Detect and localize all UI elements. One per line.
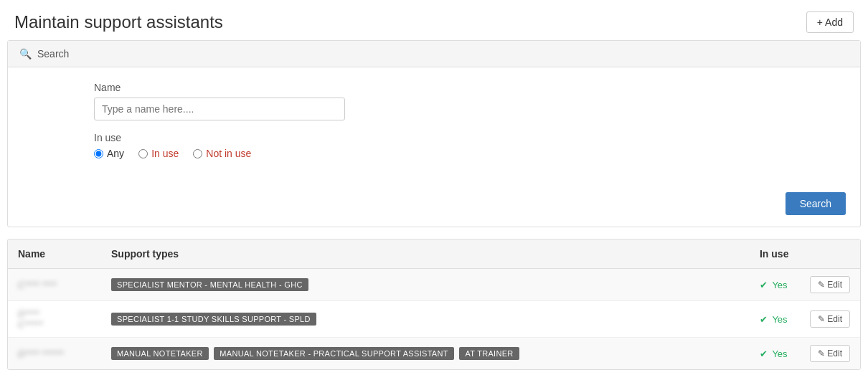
table-body: C**** **** SPECIALIST MENTOR - MENTAL HE… (8, 269, 860, 370)
table-header-row: Name Support types In use (8, 239, 860, 269)
search-section-title: Search (37, 48, 69, 60)
name-form-group: Name (94, 82, 839, 120)
search-section: 🔍 Search Name In use Any In use Not in u (7, 40, 861, 227)
table-row: D**** ****** MANUAL NOTETAKER MANUAL NOT… (8, 338, 860, 370)
radio-inuse-text: In use (151, 148, 179, 159)
search-button[interactable]: Search (786, 192, 846, 215)
radio-any-text: Any (107, 148, 124, 159)
add-button[interactable]: + Add (806, 11, 854, 33)
col-header-actions (800, 239, 860, 269)
in-use-label: In use (94, 132, 839, 143)
page-title: Maintain support assistants (14, 12, 223, 32)
col-header-support: Support types (101, 239, 750, 269)
support-tag-at-trainer: AT TRAINER (459, 347, 519, 360)
radio-inuse-input[interactable] (138, 149, 148, 158)
in-use-text: Yes (772, 280, 787, 290)
person-name: D**** ****** (18, 348, 64, 359)
support-tag: SPECIALIST 1-1 STUDY SKILLS SUPPORT - SP… (111, 313, 316, 326)
radio-notinuse-text: Not in use (206, 148, 251, 159)
cell-name: C**** **** (8, 269, 101, 301)
search-section-header: 🔍 Search (8, 41, 860, 67)
cell-in-use: ✔ Yes (750, 301, 800, 338)
cell-name: D**** ****** (8, 338, 101, 370)
name-input[interactable] (94, 98, 345, 120)
table: Name Support types In use C**** **** SPE… (8, 239, 860, 369)
edit-button[interactable]: ✎ Edit (810, 276, 850, 293)
table-row: C**** **** SPECIALIST MENTOR - MENTAL HE… (8, 269, 860, 301)
cell-name: D****C***** (8, 301, 101, 338)
in-use-form-group: In use Any In use Not in use (94, 132, 839, 159)
cell-actions: ✎ Edit (800, 301, 860, 338)
person-name: D****C***** (18, 308, 43, 330)
cell-support-types: SPECIALIST 1-1 STUDY SKILLS SUPPORT - SP… (101, 301, 750, 338)
support-tag: MANUAL NOTETAKER - PRACTICAL SUPPORT ASS… (214, 347, 453, 360)
radio-notinuse-input[interactable] (193, 149, 202, 158)
search-icon: 🔍 (19, 48, 32, 60)
search-actions: Search (8, 185, 860, 227)
table-header: Name Support types In use (8, 239, 860, 269)
table-row: D****C***** SPECIALIST 1-1 STUDY SKILLS … (8, 301, 860, 338)
page-header: Maintain support assistants + Add (0, 0, 868, 40)
in-use-text: Yes (772, 348, 787, 359)
radio-notinuse-label[interactable]: Not in use (193, 148, 251, 159)
cell-support-types: MANUAL NOTETAKER MANUAL NOTETAKER - PRAC… (101, 338, 750, 370)
cell-actions: ✎ Edit (800, 269, 860, 301)
edit-button[interactable]: ✎ Edit (810, 310, 850, 328)
check-icon: ✔ (760, 314, 768, 325)
results-table: Name Support types In use C**** **** SPE… (7, 239, 861, 370)
radio-inuse-label[interactable]: In use (138, 148, 179, 159)
radio-group: Any In use Not in use (94, 148, 839, 159)
name-label: Name (94, 82, 839, 93)
search-section-body: Name In use Any In use Not in use (8, 67, 860, 185)
person-name: C**** **** (18, 280, 56, 290)
cell-actions: ✎ Edit (800, 338, 860, 370)
check-icon: ✔ (760, 280, 768, 290)
edit-button[interactable]: ✎ Edit (810, 345, 850, 362)
support-tag: MANUAL NOTETAKER (111, 347, 209, 360)
radio-any-input[interactable] (94, 149, 103, 158)
cell-in-use: ✔ Yes (750, 269, 800, 301)
col-header-inuse: In use (750, 239, 800, 269)
cell-support-types: SPECIALIST MENTOR - MENTAL HEALTH - GHC (101, 269, 750, 301)
check-icon: ✔ (760, 348, 768, 359)
cell-in-use: ✔ Yes (750, 338, 800, 370)
col-header-name: Name (8, 239, 101, 269)
support-tag: SPECIALIST MENTOR - MENTAL HEALTH - GHC (111, 278, 308, 291)
in-use-text: Yes (772, 314, 787, 325)
radio-any-label[interactable]: Any (94, 148, 124, 159)
